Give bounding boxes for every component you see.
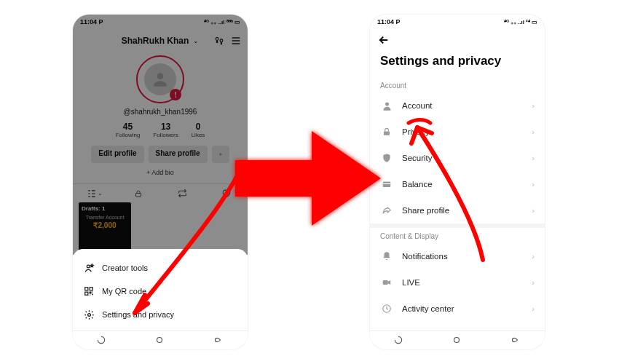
status-time: 11:04 P [377, 18, 401, 25]
footsteps-icon[interactable] [214, 36, 224, 46]
nav-back-icon[interactable] [510, 335, 521, 347]
tab-reposts[interactable] [160, 184, 204, 202]
row-security[interactable]: Security › [370, 145, 545, 171]
row-balance[interactable]: Balance › [370, 171, 545, 197]
status-time: 11:04 P [80, 18, 103, 25]
add-bio-button[interactable]: + Add bio [73, 169, 248, 176]
nav-recents-icon[interactable] [96, 335, 108, 347]
status-indicators: ⁴ᴳ ₊₊ ..ıl ²⁴ ▭ [504, 19, 537, 25]
video-icon [380, 276, 393, 289]
svg-point-1 [220, 154, 221, 154]
chevron-right-icon: › [532, 127, 535, 136]
svg-point-9 [385, 102, 389, 106]
svg-point-16 [454, 337, 460, 342]
row-label: Account [402, 101, 433, 110]
svg-point-7 [87, 313, 90, 316]
chevron-right-icon: › [532, 101, 535, 110]
nav-recents-icon[interactable] [393, 335, 405, 347]
edit-profile-button[interactable]: Edit profile [91, 146, 143, 163]
person-star-icon [83, 262, 95, 274]
nav-home-icon[interactable] [452, 335, 463, 347]
section-header-account: Account [370, 77, 545, 92]
row-label: Activity center [402, 304, 454, 313]
sheet-qr-code[interactable]: My QR code [73, 280, 248, 303]
svg-rect-4 [85, 288, 88, 290]
sheet-label: My QR code [102, 287, 146, 296]
row-privacy[interactable]: Privacy › [370, 119, 545, 145]
alert-badge-icon: ! [170, 89, 181, 100]
page-title: Settings and privacy [370, 47, 545, 77]
tab-feed[interactable]: ⌄ [73, 184, 117, 202]
sheet-label: Settings and privacy [102, 310, 174, 319]
sheet-label: Creator tools [102, 264, 148, 272]
sheet-creator-tools[interactable]: Creator tools [73, 256, 248, 280]
row-share-profile[interactable]: Share profile › [370, 197, 545, 223]
svg-rect-13 [383, 280, 388, 285]
status-bar: 11:04 P ⁴ᴳ ₊₊ ..ıl ⁸⁸ᵇ ▭ [73, 15, 248, 29]
profile-header: ShahRukh Khan ⌄ [73, 32, 248, 50]
chevron-right-icon: › [532, 154, 535, 162]
content-tabs: ⌄ [73, 183, 248, 202]
tab-locked[interactable] [117, 184, 160, 202]
transition-arrow-icon [232, 124, 385, 233]
row-notifications[interactable]: Notifications › [370, 243, 545, 269]
row-label: Privacy [402, 127, 430, 136]
avatar[interactable]: ! [136, 55, 184, 103]
share-profile-button[interactable]: Share profile [149, 146, 208, 163]
chevron-right-icon: › [532, 252, 535, 261]
status-indicators: ⁴ᴳ ₊₊ ..ıl ⁸⁸ᵇ ▭ [204, 19, 240, 25]
row-activity-center[interactable]: Activity center › [370, 296, 545, 322]
row-label: Share profile [402, 206, 449, 215]
gear-icon [83, 309, 95, 320]
stat-likes[interactable]: 0 Likes [192, 122, 205, 138]
row-account[interactable]: Account › [370, 92, 545, 119]
drafts-amount: ₹2,000 [82, 221, 128, 229]
clock-icon [380, 302, 393, 315]
chevron-right-icon: › [532, 180, 535, 189]
nav-home-icon[interactable] [154, 335, 166, 347]
nav-back-icon[interactable] [213, 335, 224, 347]
chevron-right-icon: › [532, 206, 535, 215]
sheet-settings-privacy[interactable]: Settings and privacy [73, 303, 248, 326]
svg-point-3 [87, 265, 90, 268]
person-icon [380, 99, 393, 112]
profile-handle: @shahrukh_khan1996 [73, 108, 248, 116]
system-nav-bar [73, 331, 248, 349]
bottom-sheet: Creator tools My QR code Settings and pr… [73, 249, 248, 331]
profile-stats: 45 Following 13 Followers 0 Likes [73, 122, 248, 138]
svg-rect-10 [384, 131, 390, 135]
status-bar: 11:04 P ⁴ᴳ ₊₊ ..ıl ²⁴ ▭ [370, 15, 545, 29]
settings-screen: 11:04 P ⁴ᴳ ₊₊ ..ıl ²⁴ ▭ Settings and pri… [370, 15, 545, 349]
stat-following[interactable]: 45 Following [116, 122, 141, 138]
drafts-line: Transfer Account [82, 215, 128, 220]
chevron-right-icon: › [532, 304, 535, 313]
stat-followers[interactable]: 13 Followers [153, 122, 178, 138]
section-header-content: Content & Display [370, 228, 545, 243]
back-button[interactable] [370, 29, 545, 47]
row-label: Balance [402, 180, 433, 189]
profile-name[interactable]: ShahRukh Khan [122, 36, 189, 46]
row-live[interactable]: LIVE › [370, 269, 545, 296]
svg-point-8 [157, 337, 162, 342]
add-friend-button[interactable] [212, 146, 229, 163]
qr-icon [83, 285, 95, 297]
row-label: LIVE [402, 278, 420, 287]
arrow-left-icon [377, 33, 390, 47]
drafts-title: Drafts: 1 [82, 205, 128, 212]
bell-icon [380, 250, 393, 263]
chevron-right-icon: › [532, 278, 535, 287]
svg-rect-5 [90, 288, 92, 290]
system-nav-bar [370, 331, 545, 349]
profile-actions: Edit profile Share profile [73, 146, 248, 163]
profile-body: ShahRukh Khan ⌄ ! @shahrukh_khan1996 45 … [73, 29, 248, 272]
row-label: Security [402, 154, 433, 162]
row-label: Notifications [402, 252, 448, 261]
profile-screen: 11:04 P ⁴ᴳ ₊₊ ..ıl ⁸⁸ᵇ ▭ ShahRukh Khan ⌄… [73, 15, 248, 349]
hamburger-menu-icon[interactable] [230, 35, 242, 47]
svg-rect-6 [85, 292, 88, 295]
svg-point-0 [157, 73, 164, 79]
svg-rect-2 [136, 193, 141, 197]
chevron-down-icon[interactable]: ⌄ [193, 37, 199, 44]
